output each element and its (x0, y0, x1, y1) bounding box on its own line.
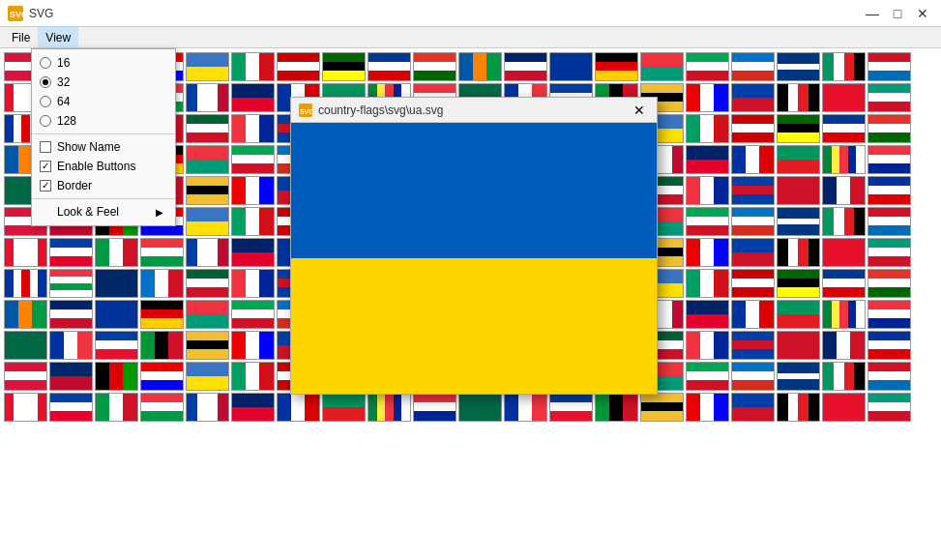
flag-item[interactable] (686, 238, 729, 267)
flag-item[interactable] (822, 300, 866, 329)
flag-item[interactable] (4, 238, 47, 267)
flag-item[interactable] (686, 114, 729, 143)
flag-item[interactable] (867, 300, 911, 329)
flag-item[interactable] (140, 269, 184, 298)
flag-item[interactable] (186, 362, 229, 391)
size-16-option[interactable]: 16 (32, 53, 175, 73)
flag-item[interactable] (95, 238, 138, 267)
flag-item[interactable] (731, 207, 775, 236)
flag-item[interactable] (231, 145, 275, 174)
flag-item[interactable] (231, 176, 275, 205)
minimize-button[interactable]: — (862, 5, 883, 22)
flag-item[interactable] (731, 238, 775, 267)
flag-item[interactable] (686, 393, 729, 422)
flag-item[interactable] (231, 83, 275, 112)
file-menu[interactable]: File (4, 27, 38, 47)
border-option[interactable]: Border (32, 176, 175, 195)
flag-item[interactable] (731, 145, 775, 174)
flag-item[interactable] (686, 331, 729, 360)
view-menu[interactable]: View (38, 27, 78, 47)
flag-item[interactable] (686, 269, 729, 298)
flag-item[interactable] (777, 300, 820, 329)
flag-item[interactable] (231, 393, 275, 422)
flag-item[interactable] (867, 83, 911, 112)
flag-item[interactable] (368, 393, 411, 422)
flag-item[interactable] (822, 269, 866, 298)
flag-item[interactable] (867, 269, 911, 298)
size-128-option[interactable]: 128 (32, 111, 175, 131)
flag-item[interactable] (822, 176, 866, 205)
flag-item[interactable] (186, 300, 229, 329)
flag-item[interactable] (731, 114, 775, 143)
flag-item[interactable] (277, 52, 320, 81)
flag-item[interactable] (867, 393, 911, 422)
flag-item[interactable] (731, 52, 775, 81)
flag-item[interactable] (49, 393, 93, 422)
flag-item[interactable] (777, 331, 820, 360)
flag-item[interactable] (140, 300, 184, 329)
flag-item[interactable] (4, 331, 47, 360)
flag-item[interactable] (867, 114, 911, 143)
look-feel-option[interactable]: Look & Feel ▶ (32, 202, 175, 221)
size-64-option[interactable]: 64 (32, 92, 175, 111)
flag-item[interactable] (686, 300, 729, 329)
flag-item[interactable] (686, 176, 729, 205)
flag-item[interactable] (504, 393, 547, 422)
flag-item[interactable] (686, 83, 729, 112)
flag-item[interactable] (686, 52, 729, 81)
flag-item[interactable] (322, 393, 366, 422)
flag-item[interactable] (822, 393, 866, 422)
flag-item[interactable] (231, 207, 275, 236)
flag-item[interactable] (822, 52, 866, 81)
flag-item[interactable] (822, 331, 866, 360)
flag-item[interactable] (867, 52, 911, 81)
flag-item[interactable] (140, 238, 184, 267)
flag-item[interactable] (413, 393, 456, 422)
flag-item[interactable] (4, 393, 47, 422)
flag-item[interactable] (777, 269, 820, 298)
flag-item[interactable] (549, 52, 593, 81)
flag-item[interactable] (458, 52, 502, 81)
flag-item[interactable] (95, 300, 138, 329)
flag-item[interactable] (95, 393, 138, 422)
flag-item[interactable] (231, 269, 275, 298)
enable-buttons-option[interactable]: Enable Buttons (32, 157, 175, 176)
size-32-option[interactable]: 32 (32, 73, 175, 92)
flag-item[interactable] (777, 83, 820, 112)
flag-item[interactable] (4, 300, 47, 329)
maximize-button[interactable]: □ (887, 5, 908, 22)
flag-item[interactable] (140, 331, 184, 360)
flag-item[interactable] (231, 331, 275, 360)
flag-item[interactable] (777, 362, 820, 391)
flag-item[interactable] (822, 362, 866, 391)
flag-item[interactable] (777, 393, 820, 422)
flag-item[interactable] (186, 393, 229, 422)
flag-item[interactable] (49, 269, 93, 298)
flag-item[interactable] (186, 83, 229, 112)
flag-item[interactable] (277, 393, 320, 422)
flag-item[interactable] (231, 52, 275, 81)
flag-item[interactable] (231, 300, 275, 329)
flag-item[interactable] (186, 207, 229, 236)
flag-item[interactable] (140, 362, 184, 391)
flag-item[interactable] (640, 393, 684, 422)
flag-item[interactable] (822, 207, 866, 236)
flag-item[interactable] (867, 331, 911, 360)
flag-item[interactable] (640, 52, 684, 81)
flag-item[interactable] (777, 176, 820, 205)
flag-item[interactable] (777, 145, 820, 174)
modal-close-button[interactable]: ✕ (630, 102, 649, 119)
flag-item[interactable] (322, 52, 366, 81)
flag-item[interactable] (686, 207, 729, 236)
flag-item[interactable] (549, 393, 593, 422)
flag-item[interactable] (867, 362, 911, 391)
flag-item[interactable] (186, 52, 229, 81)
flag-item[interactable] (731, 300, 775, 329)
flag-item[interactable] (504, 52, 547, 81)
flag-item[interactable] (595, 393, 638, 422)
flag-item[interactable] (777, 114, 820, 143)
flag-item[interactable] (413, 52, 456, 81)
flag-item[interactable] (186, 114, 229, 143)
flag-item[interactable] (186, 331, 229, 360)
flag-item[interactable] (686, 362, 729, 391)
